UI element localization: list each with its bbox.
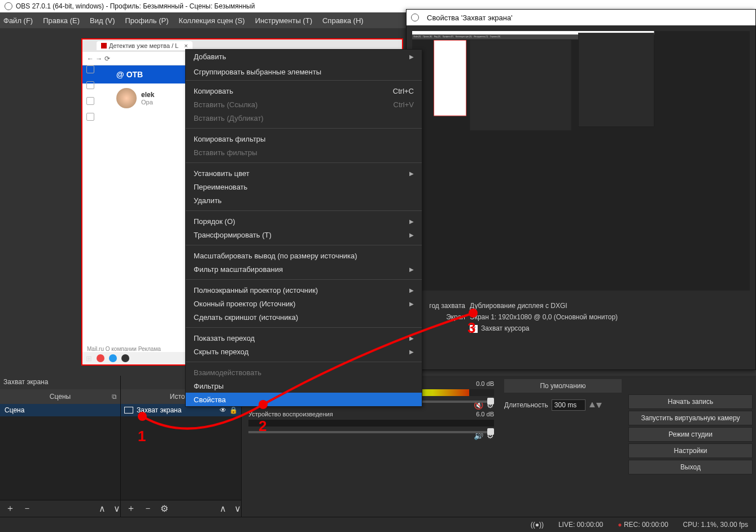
capture-cursor-label: Захват курсора [481, 324, 529, 332]
lock-icon[interactable]: 🔒 [229, 406, 238, 414]
track-label: Устройство воспроизведения [248, 411, 333, 417]
properties-title: Свойства 'Захват экрана' [427, 14, 513, 22]
popout-icon[interactable]: ⧉ [112, 393, 117, 401]
favicon-icon [101, 43, 107, 49]
context-menu: Добавить▶ Сгруппировать выбранные элемен… [185, 49, 422, 407]
menu-file[interactable]: Файл (F) [3, 16, 33, 25]
ctx-filters[interactable]: Фильтры [186, 379, 422, 393]
move-up-button[interactable]: ∧ [220, 503, 226, 514]
stepper-icon[interactable]: ⯅⯆ [589, 401, 602, 409]
annotation-dot-3 [469, 309, 478, 318]
capture-method-label: год захвата [416, 302, 465, 310]
obs-icon [411, 14, 419, 21]
avatar [116, 88, 137, 108]
annotation-num-1: 1 [138, 428, 146, 445]
ctx-set-color[interactable]: Установить цвет▶ [186, 166, 422, 180]
audio-meter [248, 420, 494, 427]
start-virtual-cam-button[interactable]: Запустить виртуальную камеру [628, 411, 753, 425]
statusbar: ((●)) LIVE: 00:00:00 ● REC: 00:00:00 CPU… [0, 517, 756, 532]
annotation-num-2: 2 [259, 417, 266, 435]
screen-label: Экран [416, 313, 465, 321]
settings-button[interactable]: Настройки [628, 443, 753, 458]
scenes-header: Сцены [50, 393, 71, 401]
chevron-right-icon: ▶ [409, 54, 414, 60]
move-down-button[interactable]: ∨ [113, 503, 120, 514]
capture-method-value[interactable]: Дублирование дисплея с DXGI [470, 302, 746, 310]
browser-tab: Детектив уже мертва / L [109, 42, 178, 49]
ctx-order[interactable]: Порядок (O)▶ [186, 214, 422, 228]
exit-button[interactable]: Выход [628, 460, 753, 474]
broadcast-icon: ((●)) [531, 521, 544, 529]
move-up-button[interactable]: ∧ [99, 503, 106, 514]
tab-close-icon: × [184, 42, 187, 49]
ctx-copy[interactable]: КопироватьCtrl+C [186, 84, 422, 98]
add-source-button[interactable]: ＋ [126, 503, 136, 515]
ctx-interact: Взаимодействовать [186, 366, 422, 379]
start-recording-button[interactable]: Начать запись [628, 394, 753, 409]
user-name: elek [141, 91, 154, 99]
remove-source-button[interactable]: － [143, 503, 152, 515]
screen-value[interactable]: Экран 1: 1920x1080 @ 0,0 (Основной монит… [470, 313, 746, 321]
display-icon [124, 407, 133, 414]
scene-row[interactable]: Сцена [0, 404, 120, 416]
ctx-paste-dup: Вставить (Дубликат) [186, 111, 422, 125]
mixer-track-playback: Устройство воспроизведения6.0 dB 🔊⚙ [248, 411, 494, 433]
properties-titlebar: Свойства 'Захват экрана' [407, 10, 755, 25]
opera-sidebar [85, 65, 96, 121]
annotation-dot-2 [259, 400, 268, 409]
menu-scenes[interactable]: Коллекция сцен (S) [179, 16, 245, 25]
status-cpu: CPU: 1.1%, 30.00 fps [683, 521, 748, 529]
rec-dot-icon: ● [618, 521, 622, 529]
status-rec: REC: 00:00:00 [624, 521, 668, 529]
ctx-transform[interactable]: Трансформировать (T)▶ [186, 228, 422, 241]
properties-preview: Файл (F)Правка (E)Вид (V)Профиль (P)Колл… [412, 31, 750, 291]
transitions-dock: По умолчанию Длительность ⯅⯆ [501, 376, 625, 517]
ctx-copy-filters[interactable]: Копировать фильтры [186, 132, 422, 146]
window-title: OBS 27.0.1 (64-bit, windows) - Профиль: … [16, 2, 255, 10]
site-logo: ОТВ [126, 70, 143, 79]
menu-help[interactable]: Справка (H) [322, 16, 364, 25]
ctx-scale-output[interactable]: Масштабировать вывод (по размеру источни… [186, 249, 422, 262]
dock-label: Захват экрана [0, 376, 120, 389]
ctx-show-transition[interactable]: Показать переход▶ [186, 331, 422, 345]
ctx-add[interactable]: Добавить▶ [186, 50, 422, 63]
ctx-screenshot[interactable]: Сделать скриншот (источника) [186, 310, 422, 324]
ctx-delete[interactable]: Удалить [186, 194, 422, 207]
menu-edit[interactable]: Правка (E) [43, 16, 80, 25]
obs-icon [5, 2, 12, 10]
add-scene-button[interactable]: ＋ [6, 503, 15, 515]
track-db: 6.0 dB [476, 411, 494, 417]
ctx-fullscreen-proj[interactable]: Полноэкранный проектор (источник)▶ [186, 283, 422, 297]
ctx-paste-ref: Вставить (Ссылка)Ctrl+V [186, 98, 422, 111]
studio-mode-button[interactable]: Режим студии [628, 427, 753, 442]
volume-slider[interactable] [248, 431, 494, 433]
obs-tb-icon [121, 354, 129, 362]
scenes-dock: Захват экрана Сцены⧉ Сцена ＋ － ∧ ∨ [0, 376, 121, 517]
menu-profile[interactable]: Профиль (P) [125, 16, 169, 25]
ctx-hide-transition[interactable]: Скрыть переход▶ [186, 345, 422, 358]
sources-toolbar: ＋ － ⚙ ∧ ∨ [121, 500, 241, 517]
duration-input[interactable] [552, 399, 585, 411]
ctx-scale-filter[interactable]: Фильтр масштабирования▶ [186, 262, 422, 276]
source-settings-button[interactable]: ⚙ [160, 503, 168, 514]
opera-tb-icon [97, 354, 104, 362]
transition-select[interactable]: По умолчанию [504, 379, 622, 393]
user-role: Ора [141, 99, 154, 105]
ctx-group[interactable]: Сгруппировать выбранные элементы [186, 63, 422, 77]
ctx-rename[interactable]: Переименовать [186, 180, 422, 194]
status-live: LIVE: 00:00:00 [558, 521, 603, 529]
ctx-window-proj[interactable]: Оконный проектор (Источник)▶ [186, 297, 422, 310]
nav-icons: ← → ⟳ [87, 55, 110, 63]
ctx-paste-filters: Вставить фильтры [186, 146, 422, 159]
duration-label: Длительность [504, 401, 548, 409]
move-down-button[interactable]: ∨ [234, 503, 241, 514]
footer-links: Mail.ru О компании Реклама [87, 346, 161, 352]
annotation-dot-1 [138, 412, 147, 421]
annotation-num-3: 3 [467, 319, 475, 337]
ctx-properties[interactable]: Свойства [186, 393, 422, 406]
menu-view[interactable]: Вид (V) [90, 16, 115, 25]
menu-tools[interactable]: Инструменты (T) [255, 16, 312, 25]
remove-scene-button[interactable]: － [23, 503, 32, 515]
telegram-tb-icon [109, 354, 117, 362]
visibility-icon[interactable]: 👁 [220, 406, 226, 414]
